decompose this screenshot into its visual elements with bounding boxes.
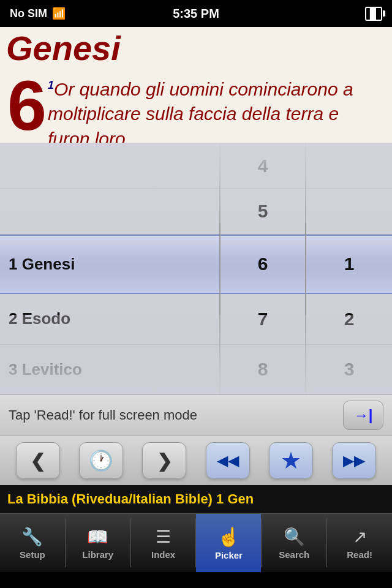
book-column[interactable]: 1 Genesi 2 Esodo 3 Levitico	[0, 143, 221, 394]
tab-read-label: Read!	[347, 549, 372, 560]
fastforward-button[interactable]: ▶▶	[332, 442, 376, 479]
book-esodo-label: 2 Esodo	[0, 309, 70, 328]
chapter-row-4[interactable]: 4	[221, 143, 305, 189]
picker-icon: ☝	[217, 526, 240, 548]
read-arrow-icon: →|	[354, 407, 373, 424]
current-bible-info: La Bibbia (Rivedua/Italian Bible) 1 Gen	[7, 491, 254, 507]
search-icon: 🔍	[284, 527, 305, 547]
chapter-row-8[interactable]: 8	[221, 345, 305, 394]
read-icon: ↗	[353, 527, 367, 547]
prev-button[interactable]: ❮	[16, 442, 60, 479]
chapter-4: 4	[221, 156, 305, 176]
carrier-label: No SIM	[10, 7, 47, 20]
chapter-row-5[interactable]: 5	[221, 189, 305, 234]
wifi-icon: 📶	[52, 7, 66, 20]
index-icon: ☰	[156, 527, 171, 547]
read-button[interactable]: →|	[343, 401, 383, 430]
tab-library-label: Library	[82, 549, 113, 560]
verse-row-2[interactable]: 2	[306, 294, 392, 344]
tab-index[interactable]: ☰ Index	[131, 514, 196, 572]
chapter-number: 6	[6, 76, 47, 136]
star-icon: ★	[281, 447, 301, 474]
transport-bar: ❮ 🕐 ❯ ◀◀ ★ ▶▶	[0, 436, 392, 485]
chapter-8: 8	[221, 359, 305, 380]
next-button[interactable]: ❯	[142, 442, 186, 479]
book-title: Genesi	[6, 27, 386, 67]
verse-text: Or quando gli uomini cominciarono a molt…	[48, 79, 353, 143]
tab-library[interactable]: 📖 Library	[66, 514, 130, 572]
book-row-esodo[interactable]: 2 Esodo	[0, 294, 219, 344]
next-icon: ❯	[157, 450, 172, 472]
book-levitico-label: 3 Levitico	[0, 360, 82, 379]
prev-icon: ❮	[30, 450, 45, 472]
chapter-row-6[interactable]: 6	[221, 235, 305, 295]
tab-setup[interactable]: 🔧 Setup	[0, 514, 65, 572]
rewind-icon: ◀◀	[217, 452, 239, 469]
verse-column[interactable]: 1 2 3	[306, 143, 392, 394]
tab-search-label: Search	[279, 549, 309, 560]
book-chapter-verse-picker[interactable]: 1 Genesi 2 Esodo 3 Levitico 4 5	[0, 143, 392, 394]
setup-icon: 🔧	[21, 527, 43, 547]
verse-row-empty1[interactable]	[306, 143, 392, 189]
chapter-6: 6	[221, 254, 305, 274]
book-row-genesi[interactable]: 1 Genesi	[0, 235, 219, 295]
library-icon: 📖	[87, 527, 108, 547]
instruction-text: Tap 'Read!' for full screen mode	[9, 407, 197, 423]
chapter-5: 5	[221, 201, 305, 222]
fastforward-icon: ▶▶	[343, 452, 365, 469]
status-time: 5:35 PM	[173, 7, 219, 21]
book-genesi-label: 1 Genesi	[0, 255, 75, 274]
info-bar: La Bibbia (Rivedua/Italian Bible) 1 Gen	[0, 485, 392, 513]
tab-bar: 🔧 Setup 📖 Library ☰ Index ☝ Picker 🔍 Sea…	[0, 513, 392, 572]
instruction-bar: Tap 'Read!' for full screen mode →|	[0, 394, 392, 436]
chapter-7: 7	[221, 309, 305, 330]
verse-3: 3	[306, 359, 392, 380]
history-button[interactable]: 🕐	[79, 442, 123, 479]
chapter-column[interactable]: 4 5 6 7 8	[221, 143, 306, 394]
rewind-button[interactable]: ◀◀	[206, 442, 250, 479]
book-row-0[interactable]	[0, 143, 219, 189]
clock-icon: 🕐	[89, 449, 113, 472]
tab-search[interactable]: 🔍 Search	[262, 514, 326, 572]
bible-verse-text: 1Or quando gli uomini cominciarono a mol…	[48, 70, 386, 143]
verse-row-3[interactable]: 3	[306, 345, 392, 394]
tab-read[interactable]: ↗ Read!	[327, 514, 392, 572]
battery-indicator: ▊	[365, 7, 382, 20]
verse-row-1[interactable]: 1	[306, 235, 392, 295]
tab-index-label: Index	[151, 549, 175, 560]
verse-row-empty2[interactable]	[306, 189, 392, 234]
tab-setup-label: Setup	[20, 549, 45, 560]
verse-2: 2	[306, 309, 392, 330]
bible-text-area: Genesi 6 1Or quando gli uomini cominciar…	[0, 27, 392, 143]
tab-picker[interactable]: ☝ Picker	[196, 514, 261, 572]
book-row-levitico[interactable]: 3 Levitico	[0, 345, 219, 394]
verse-number: 1	[48, 79, 54, 91]
bookmark-button[interactable]: ★	[269, 442, 313, 479]
verse-1: 1	[306, 254, 392, 274]
status-left: No SIM 📶	[10, 7, 66, 20]
status-bar: No SIM 📶 5:35 PM ▊	[0, 0, 392, 27]
tab-picker-label: Picker	[215, 550, 243, 560]
book-row-1[interactable]	[0, 189, 219, 234]
chapter-row-7[interactable]: 7	[221, 294, 305, 344]
